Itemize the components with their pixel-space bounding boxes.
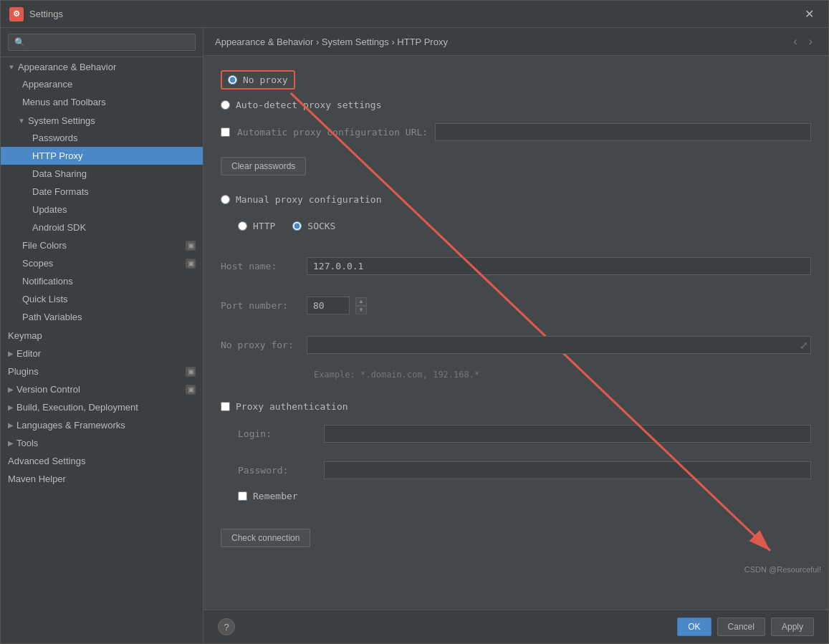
- watermark-text: CSDN @Resourceful!: [744, 565, 821, 574]
- settings-window: ⚙ Settings ✕ ▼ Appearance & Behavior App…: [0, 0, 829, 644]
- http-radio[interactable]: [238, 221, 247, 231]
- sidebar-section-label: Build, Execution, Deployment: [16, 402, 138, 413]
- sidebar-item-quick-lists[interactable]: Quick Lists: [1, 290, 203, 308]
- login-input[interactable]: [324, 425, 811, 443]
- socks-radio-option[interactable]: SOCKS: [292, 221, 335, 231]
- no-proxy-radio[interactable]: [228, 75, 237, 85]
- sidebar-item-label: Date Formats: [32, 186, 89, 197]
- sidebar-section-editor[interactable]: ▶ Editor: [1, 344, 203, 362]
- nav-back-button[interactable]: ‹: [789, 34, 801, 49]
- sidebar-item-passwords[interactable]: Passwords: [1, 129, 203, 147]
- sidebar-section-label: Tools: [16, 438, 38, 448]
- expand-arrow-icon: ▶: [8, 350, 14, 357]
- auto-detect-option[interactable]: Auto-detect proxy settings: [221, 100, 811, 110]
- sidebar-item-label: Scopes: [22, 258, 53, 269]
- no-proxy-option[interactable]: No proxy: [221, 70, 811, 90]
- no-proxy-for-label: No proxy for:: [221, 340, 300, 350]
- sidebar-section-appearance-behavior[interactable]: ▼ Appearance & Behavior: [1, 57, 203, 75]
- sidebar-item-label: Updates: [32, 204, 67, 215]
- help-button[interactable]: ?: [218, 618, 235, 635]
- sidebar-item-appearance[interactable]: Appearance: [1, 75, 203, 93]
- breadcrumb-nav: ‹ ›: [789, 34, 817, 49]
- remember-row: Remember: [238, 491, 811, 501]
- sidebar-item-advanced-settings[interactable]: Advanced Settings: [1, 451, 203, 469]
- sidebar-item-updates[interactable]: Updates: [1, 201, 203, 218]
- sidebar-item-label: Passwords: [32, 133, 78, 143]
- sidebar-section-build[interactable]: ▶ Build, Execution, Deployment: [1, 398, 203, 415]
- password-input[interactable]: [324, 461, 811, 479]
- socks-radio[interactable]: [292, 221, 302, 231]
- auto-url-row: Automatic proxy configuration URL:: [221, 123, 811, 141]
- sidebar-item-label: Menus and Toolbars: [22, 97, 106, 107]
- no-proxy-for-input[interactable]: [307, 336, 811, 354]
- apply-button[interactable]: Apply: [771, 617, 814, 636]
- port-down-button[interactable]: ▼: [355, 306, 367, 314]
- expand-icon[interactable]: ⤢: [800, 340, 808, 351]
- http-radio-option[interactable]: HTTP: [238, 221, 275, 231]
- content-area: No proxy Auto-detect proxy settings Auto…: [203, 56, 828, 610]
- sidebar-item-path-variables[interactable]: Path Variables: [1, 308, 203, 326]
- password-label: Password:: [238, 465, 317, 476]
- login-label: Login:: [238, 428, 317, 439]
- sidebar-item-maven-helper[interactable]: Maven Helper: [1, 469, 203, 487]
- auto-url-checkbox[interactable]: [221, 128, 230, 137]
- sidebar-item-data-sharing[interactable]: Data Sharing: [1, 165, 203, 183]
- sidebar-item-label: Path Variables: [22, 312, 82, 322]
- search-box: [1, 28, 203, 57]
- sidebar-section-languages[interactable]: ▶ Languages & Frameworks: [1, 415, 203, 433]
- sidebar-section-version-control[interactable]: ▶ Version Control ▣: [1, 380, 203, 398]
- sidebar-section-tools[interactable]: ▶ Tools: [1, 433, 203, 451]
- badge-icon: ▣: [186, 367, 196, 377]
- sidebar-item-label: Appearance: [22, 79, 72, 90]
- sidebar-item-keymap[interactable]: Keymap: [1, 326, 203, 344]
- close-button[interactable]: ✕: [799, 4, 820, 24]
- sidebar-item-label: Plugins: [8, 366, 39, 377]
- sidebar-section-label: Appearance & Behavior: [18, 62, 116, 72]
- expand-arrow-icon: ▼: [8, 63, 15, 71]
- nav-forward-button[interactable]: ›: [805, 34, 817, 49]
- sidebar-item-menus-toolbars[interactable]: Menus and Toolbars: [1, 93, 203, 111]
- proxy-auth-label: Proxy authentication: [236, 401, 348, 412]
- port-up-button[interactable]: ▲: [355, 297, 367, 306]
- sidebar-item-label: Data Sharing: [32, 168, 87, 179]
- port-label: Port number:: [221, 300, 300, 311]
- sidebar-item-notifications[interactable]: Notifications: [1, 272, 203, 290]
- host-input[interactable]: [307, 257, 811, 275]
- sidebar-section-label: Languages & Frameworks: [16, 420, 125, 431]
- sidebar-item-android-sdk[interactable]: Android SDK: [1, 218, 203, 236]
- sidebar-section-system-settings[interactable]: ▼ System Settings: [1, 111, 203, 129]
- sidebar-item-file-colors[interactable]: File Colors ▣: [1, 236, 203, 254]
- search-input[interactable]: [8, 34, 196, 51]
- right-panel: Appearance & Behavior › System Settings …: [203, 28, 828, 643]
- cancel-button[interactable]: Cancel: [717, 617, 765, 636]
- sidebar-item-label: Android SDK: [32, 222, 86, 233]
- auto-detect-radio[interactable]: [221, 100, 230, 110]
- sidebar-section-label: System Settings: [28, 115, 95, 126]
- proxy-options: No proxy Auto-detect proxy settings Auto…: [221, 70, 811, 547]
- sidebar-item-label: Keymap: [8, 330, 42, 341]
- app-icon: ⚙: [9, 7, 24, 21]
- bottom-bar: ? OK Cancel Apply: [203, 610, 828, 643]
- host-row: Host name:: [221, 257, 811, 275]
- check-connection-button[interactable]: Check connection: [221, 529, 310, 547]
- manual-proxy-option[interactable]: Manual proxy configuration: [221, 194, 811, 205]
- sidebar-item-label: Advanced Settings: [8, 456, 85, 466]
- sidebar-item-http-proxy[interactable]: HTTP Proxy: [1, 147, 203, 165]
- main-content: ▼ Appearance & Behavior Appearance Menus…: [1, 28, 828, 643]
- port-input[interactable]: [307, 297, 350, 314]
- auto-detect-label: Auto-detect proxy settings: [236, 100, 382, 110]
- sidebar-item-scopes[interactable]: Scopes ▣: [1, 254, 203, 272]
- no-proxy-label: No proxy: [243, 75, 288, 85]
- window-title: Settings: [29, 9, 799, 19]
- ok-button[interactable]: OK: [677, 617, 711, 636]
- sidebar-item-plugins[interactable]: Plugins ▣: [1, 362, 203, 380]
- manual-proxy-radio[interactable]: [221, 195, 230, 204]
- http-label: HTTP: [253, 221, 275, 231]
- proxy-auth-checkbox[interactable]: [221, 402, 230, 411]
- auto-url-input[interactable]: [435, 123, 811, 141]
- proxy-auth-checkbox-row[interactable]: Proxy authentication: [221, 401, 811, 412]
- port-row: Port number: ▲ ▼: [221, 297, 811, 314]
- sidebar-item-date-formats[interactable]: Date Formats: [1, 183, 203, 201]
- clear-passwords-button[interactable]: Clear passwords: [221, 157, 306, 176]
- remember-checkbox[interactable]: [238, 491, 247, 501]
